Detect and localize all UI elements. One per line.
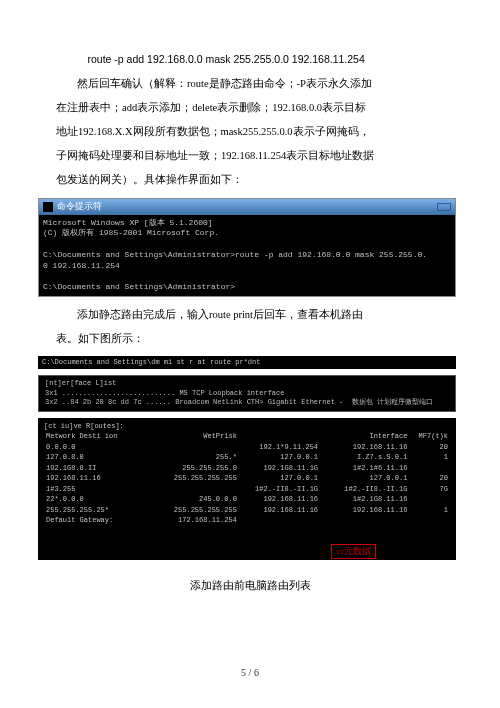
- table-header-row: Metwork Desti ion WetPrisk Interface MF7…: [44, 431, 450, 442]
- body-line-3: 地址192.168.X.X网段所有数据包；mask255.255.0.0表示子网…: [56, 120, 444, 143]
- table-row: 22*.0.0.0245.0.0.0192.168.11.161#2.1G8.1…: [44, 494, 450, 505]
- body-line-5: 包发送的网关）。具体操作界面如下：: [56, 168, 444, 191]
- terminal-titlebar: 命令提示符: [39, 199, 455, 215]
- term2-header: C:\Documents and Settings\dm mi st r at …: [38, 356, 456, 369]
- body-line-2: 在注册表中；add表示添加；delete表示删除；192.168.0.0表示目标: [56, 96, 444, 119]
- table-row: 1#3.2551#2.-II8.-II.1G1#2.-II8.-II.1G7G: [44, 484, 450, 495]
- page-number: 5 / 6: [0, 667, 500, 678]
- table-row: 192.1G8.8.II255.255.255.0192.1G8.11.1G1#…: [44, 463, 450, 474]
- terminal-body: Microsoft Windows XP [版本 5.1.2600] (C) 版…: [39, 215, 455, 297]
- terminal-screenshot-2: C:\Documents and Settings\dm mi st r at …: [38, 356, 456, 560]
- table-row: 127.0.8.0255.*127.0.0.1I.Z7.s.S.0.11: [44, 452, 450, 463]
- table-row: 0.0.0.0192.1*9.11.254192.168.11.1620: [44, 442, 450, 453]
- window-button-icon: [437, 203, 451, 211]
- table-row: 255.255.255.25*255.255.255.255192.168.11…: [44, 505, 450, 516]
- cmd-icon: [43, 202, 53, 212]
- caption: 添加路由前电脑路由列表: [56, 574, 444, 597]
- body-line-4: 子网掩码处理要和目标地址一致；192.168.11.254表示目标地址数据: [56, 144, 444, 167]
- red-annotation-box: cc元数据: [331, 544, 376, 559]
- after-text-1b: 表。如下图所示：: [56, 327, 444, 350]
- table-row: 192.168.11.16255.255.255.255127.0.0.1127…: [44, 473, 450, 484]
- after-text-1: 添加静态路由完成后，输入route print后回车，查看本机路由: [56, 303, 444, 326]
- terminal-title: 命令提示符: [57, 197, 102, 217]
- term2-interface-list: [nt]er[face L]ist 3x1 ..................…: [38, 375, 456, 411]
- gateway-row: Default Gateway:172.168.11.254: [44, 515, 450, 526]
- terminal-screenshot-1: 命令提示符 Microsoft Windows XP [版本 5.1.2600]…: [38, 198, 456, 298]
- cmd-line: route -p add 192.168.0.0 mask 255.255.0.…: [56, 48, 444, 71]
- route-table: Metwork Desti ion WetPrisk Interface MF7…: [44, 431, 450, 526]
- body-line-1: 然后回车确认（解释：route是静态路由命令；-P表示永久添加: [56, 72, 444, 95]
- term2-route-table: [ct iu]ve R[outes]: Metwork Desti ion We…: [38, 418, 456, 561]
